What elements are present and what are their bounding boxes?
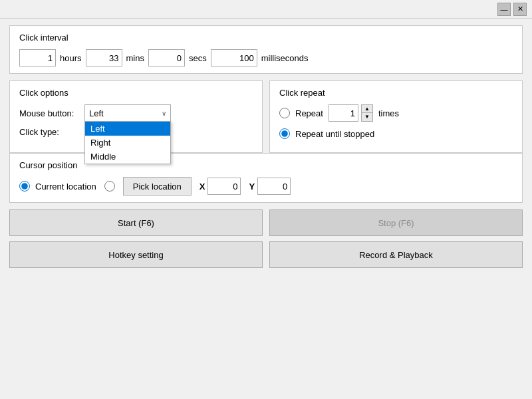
click-interval-section: Click interval hours mins secs milliseco… [9,25,523,74]
stop-button[interactable]: Stop (F6) [269,209,523,236]
secondary-buttons-row: Hotkey setting Record & Playback [9,241,523,268]
repeat-until-label: Repeat until stopped [295,129,374,139]
x-input[interactable] [207,178,241,195]
mouse-button-dropdown[interactable]: Left ∨ Left Right Middle [84,104,171,122]
action-buttons-row: Start (F6) Stop (F6) [9,209,523,236]
interval-row: hours mins secs milliseconds [19,49,513,66]
ms-label: milliseconds [261,53,309,63]
hours-input[interactable] [19,49,56,66]
start-button[interactable]: Start (F6) [9,209,263,236]
repeat-radio-row: Repeat ▲ ▼ times [279,104,513,122]
x-group: X [200,178,241,195]
click-interval-title: Click interval [19,33,513,43]
repeat-label: Repeat [295,108,323,118]
dropdown-item-right[interactable]: Right [85,136,170,150]
y-input[interactable] [257,178,291,195]
y-label: Y [249,182,255,192]
current-location-radio-row: Current location [19,181,96,192]
y-group: Y [249,178,291,195]
pick-location-button[interactable]: Pick location [123,177,192,196]
minimize-button[interactable]: — [497,3,511,16]
dropdown-button[interactable]: Left ∨ [84,104,171,122]
secs-input[interactable] [148,49,185,66]
x-label: X [200,182,205,192]
click-type-label: Click type: [19,127,79,137]
close-button[interactable]: ✕ [513,3,527,16]
times-label: times [378,108,399,118]
current-location-radio[interactable] [19,181,30,192]
repeat-count-input[interactable] [329,104,358,122]
mins-input[interactable] [86,49,122,66]
pick-location-radio[interactable] [104,181,115,192]
mouse-button-row: Mouse button: Left ∨ Left Right Middle [19,104,253,122]
main-content: Click interval hours mins secs milliseco… [0,19,532,275]
spinner-buttons: ▲ ▼ [361,104,373,122]
cursor-row: Current location Pick location X Y [19,177,513,196]
hours-label: hours [60,53,82,63]
dropdown-list: Left Right Middle [84,121,171,164]
spinner-up-button[interactable]: ▲ [362,105,372,113]
click-repeat-title: Click repeat [279,88,513,98]
title-bar: — ✕ [0,0,532,19]
ms-input[interactable] [211,49,257,66]
dropdown-item-middle[interactable]: Middle [85,150,170,164]
click-options-section: Click options Mouse button: Left ∨ Left … [9,80,263,153]
mins-label: mins [126,53,144,63]
click-options-title: Click options [19,88,253,98]
dropdown-item-left[interactable]: Left [85,122,170,136]
dropdown-selected-value: Left [89,108,104,118]
chevron-down-icon: ∨ [162,110,166,117]
secs-label: secs [189,53,207,63]
record-button[interactable]: Record & Playback [269,241,523,268]
repeat-until-row: Repeat until stopped [279,128,513,139]
middle-row: Click options Mouse button: Left ∨ Left … [9,80,523,153]
hotkey-button[interactable]: Hotkey setting [9,241,263,268]
mouse-button-label: Mouse button: [19,108,79,118]
repeat-count-group: ▲ ▼ [329,104,373,122]
spinner-down-button[interactable]: ▼ [362,113,372,121]
current-location-label: Current location [35,182,96,192]
repeat-until-radio[interactable] [279,128,290,139]
click-repeat-section: Click repeat Repeat ▲ ▼ times Repeat unt… [269,80,523,153]
repeat-radio[interactable] [279,108,290,118]
